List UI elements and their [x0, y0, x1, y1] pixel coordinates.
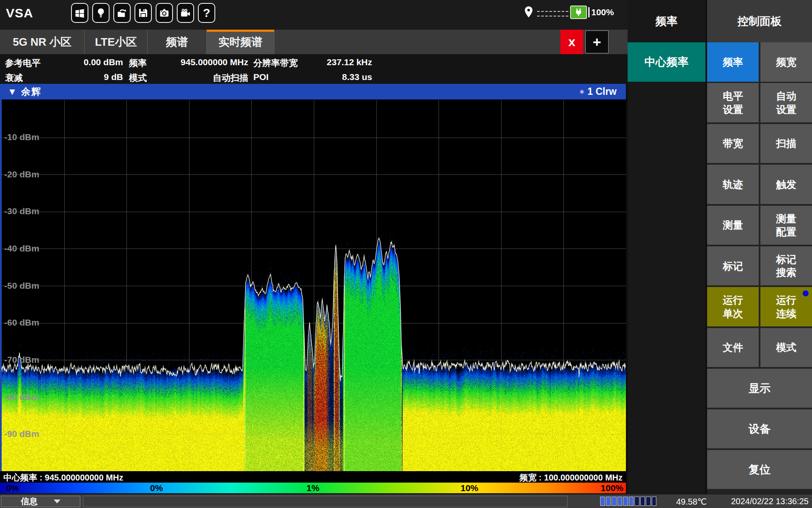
- scale-label: 10%: [461, 483, 478, 493]
- battery-level-bar: [588, 7, 590, 17]
- meter-segment: [652, 497, 657, 506]
- level-meter: [600, 497, 656, 506]
- poi-value[interactable]: 8.33 us: [296, 72, 372, 82]
- panel-button-display[interactable]: 显示: [707, 369, 812, 408]
- panel-button-file[interactable]: 文件: [707, 328, 759, 367]
- ref-level-value[interactable]: 0.00 dBm: [70, 57, 123, 67]
- panel-button-measure[interactable]: 测量: [707, 206, 759, 245]
- control-panel-title: 控制面板: [707, 0, 812, 42]
- status-message-field: [83, 496, 568, 507]
- density-color-scale: 0% 0% 1% 10% 100%: [0, 483, 626, 493]
- panel-button-span[interactable]: 频宽: [760, 42, 812, 82]
- battery-percent: 100%: [591, 7, 614, 17]
- save-icon[interactable]: [134, 3, 152, 23]
- panel-button-mode[interactable]: 模式: [760, 328, 812, 367]
- y-tick-label: -90 dBm: [4, 429, 39, 439]
- trace-badge[interactable]: 1 Clrw: [580, 86, 617, 97]
- tab-5g-nr-cell[interactable]: 5G NR 小区: [0, 30, 85, 54]
- panel-button-trace[interactable]: 轨迹: [707, 165, 759, 204]
- measurement-settings-bar: 参考电平 0.00 dBm 频率 945.000000 MHz 分辨率带宽 23…: [0, 54, 628, 84]
- attenuation-value[interactable]: 9 dB: [70, 72, 123, 82]
- panel-button-sweep[interactable]: 扫描: [760, 124, 812, 163]
- attenuation-label: 衰减: [5, 72, 69, 84]
- y-tick-label: -20 dBm: [4, 169, 39, 179]
- panel-button-run-single[interactable]: 运行 单次: [707, 287, 759, 326]
- control-panel: 控制面板 频率 频宽 电平 设置 自动 设置 带宽 扫描 轨迹 触发 测量 测量…: [707, 0, 812, 494]
- span-readout: 频宽 : 100.000000000 MHz: [520, 472, 623, 483]
- meter-segment: [600, 497, 605, 506]
- meter-segment: [634, 497, 639, 506]
- info-dropdown[interactable]: 信息: [1, 496, 80, 507]
- datetime-readout: 2024/02/22 13:36:25: [731, 497, 809, 506]
- scale-label: 0%: [150, 483, 163, 493]
- mode-value[interactable]: 自动扫描: [161, 72, 248, 84]
- chart-footer: 中心频率 : 945.000000000 MHz 频宽 : 100.000000…: [0, 471, 626, 483]
- meter-segment: [623, 497, 628, 506]
- scale-label: 100%: [601, 483, 623, 493]
- y-tick-label: -70 dBm: [4, 355, 39, 365]
- panel-button-trigger[interactable]: 触发: [760, 165, 812, 204]
- y-tick-label: -40 dBm: [4, 243, 39, 254]
- close-tab-button[interactable]: x: [560, 30, 583, 54]
- center-frequency-button[interactable]: 中心频率: [628, 42, 705, 82]
- frequency-value[interactable]: 945.000000 MHz: [161, 57, 248, 67]
- collapse-icon: ▼: [8, 86, 18, 97]
- trace-window-title: 余辉: [21, 86, 41, 97]
- spectrum-chart: -10 dBm -20 dBm -30 dBm -40 dBm -50 dBm …: [0, 99, 626, 471]
- spectrum-canvas[interactable]: [0, 99, 626, 471]
- trace-window-header[interactable]: ▼ 余辉 1 Clrw: [0, 84, 626, 99]
- top-bar: VSA ?: [0, 0, 628, 30]
- meter-segment: [640, 497, 645, 506]
- panel-button-marker-search[interactable]: 标记 搜索: [760, 246, 812, 286]
- panel-button-reset[interactable]: 复位: [707, 450, 812, 489]
- help-icon[interactable]: ?: [198, 3, 215, 23]
- control-button-grid: 频率 频宽 电平 设置 自动 设置 带宽 扫描 轨迹 触发 测量 测量 配置 标…: [707, 42, 812, 367]
- tab-realtime-spectrum[interactable]: 实时频谱: [207, 30, 274, 54]
- gps-status: [524, 6, 568, 20]
- y-tick-label: -60 dBm: [4, 318, 39, 328]
- status-bar: 信息 49.58℃ 2024/02/22 13:36:25: [0, 494, 812, 508]
- tab-lte-cell[interactable]: LTE小区: [85, 30, 148, 54]
- submenu-title: 频率: [628, 0, 705, 42]
- panel-button-frequency[interactable]: 频率: [707, 42, 759, 82]
- trace-marker-icon: [580, 90, 584, 94]
- power-status: 100%: [570, 6, 614, 19]
- panel-button-auto-setup[interactable]: 自动 设置: [760, 83, 812, 122]
- meter-segment: [617, 497, 623, 506]
- panel-button-level-setup[interactable]: 电平 设置: [707, 83, 759, 122]
- rbw-value[interactable]: 237.12 kHz: [296, 57, 372, 67]
- open-folder-icon[interactable]: [113, 3, 131, 23]
- location-pin-icon: [524, 6, 534, 20]
- windows-icon[interactable]: [71, 3, 88, 23]
- ref-level-label: 参考电平: [5, 57, 69, 69]
- running-indicator-dot: [803, 290, 809, 296]
- panel-button-bandwidth[interactable]: 带宽: [707, 124, 759, 163]
- app-logo: VSA: [6, 6, 33, 20]
- temperature-readout: 49.58℃: [668, 497, 715, 507]
- light-bulb-icon[interactable]: [92, 3, 110, 23]
- vsa-application-window: VSA ?: [0, 0, 812, 508]
- y-tick-label: -30 dBm: [4, 206, 39, 216]
- power-plug-icon: [570, 6, 587, 19]
- tab-spectrum[interactable]: 频谱: [148, 30, 207, 54]
- y-tick-label: -80 dBm: [4, 392, 39, 402]
- panel-button-device[interactable]: 设备: [707, 409, 812, 448]
- meter-segment: [612, 497, 617, 506]
- meter-segment: [606, 497, 611, 506]
- panel-button-marker[interactable]: 标记: [707, 246, 759, 286]
- y-tick-label: -10 dBm: [4, 132, 39, 142]
- tab-bar: 5G NR 小区 LTE小区 频谱 实时频谱 x +: [0, 30, 628, 54]
- screenshot-camera-icon[interactable]: [156, 3, 173, 23]
- scale-label: 1%: [307, 483, 319, 493]
- frequency-submenu-panel: 频率 中心频率: [628, 0, 705, 494]
- toolbar: ?: [71, 3, 215, 23]
- chevron-down-icon: [54, 500, 60, 503]
- panel-button-run-continuous[interactable]: 运行 连续: [760, 287, 812, 326]
- add-tab-button[interactable]: +: [585, 30, 609, 53]
- meter-segment: [646, 497, 651, 506]
- panel-button-measure-config[interactable]: 测量 配置: [760, 206, 812, 245]
- record-video-icon[interactable]: [177, 3, 194, 23]
- y-tick-label: -50 dBm: [4, 281, 39, 291]
- meter-segment: [629, 497, 634, 506]
- gps-coordinates-placeholder: [537, 10, 568, 17]
